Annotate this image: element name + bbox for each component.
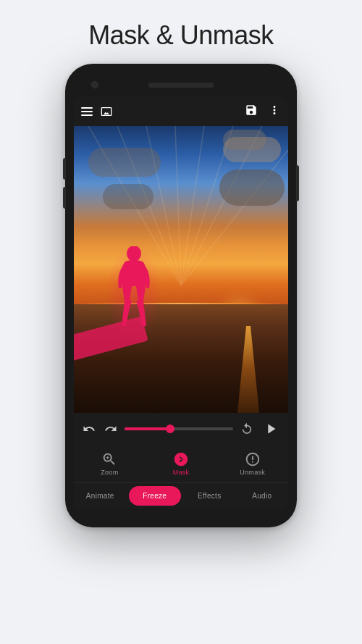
audio-nav-label: Audio [252, 492, 272, 500]
timeline-scrubber[interactable] [125, 427, 233, 430]
app-toolbar [74, 97, 288, 126]
speaker-grille [148, 83, 214, 88]
redo-button[interactable] [103, 421, 119, 437]
volume-up-button [63, 158, 66, 180]
phone-device: Zoom Mask [65, 64, 297, 527]
image-icon[interactable] [100, 106, 113, 117]
animate-nav[interactable]: Animate [74, 483, 127, 509]
unmask-tool[interactable]: Unmask [216, 445, 288, 482]
svg-point-8 [127, 246, 141, 262]
freeze-nav-label: Freeze [143, 492, 167, 500]
sunset-background [74, 126, 288, 413]
mask-icon [173, 451, 189, 467]
phone-screen: Zoom Mask [74, 97, 288, 509]
play-button[interactable] [261, 419, 281, 439]
volume-down-button [63, 187, 66, 209]
image-canvas[interactable] [74, 126, 288, 413]
save-icon[interactable] [245, 104, 258, 120]
toolbar-left [81, 106, 113, 117]
mask-label: Mask [173, 469, 190, 476]
unmask-label: Unmask [240, 469, 265, 476]
menu-icon[interactable] [81, 107, 93, 116]
playback-controls [74, 413, 288, 445]
page-title: Mask & Unmask [88, 0, 274, 64]
zoom-label: Zoom [101, 469, 118, 476]
bottom-nav: Animate Freeze Effects Audio [74, 482, 288, 509]
loop-button[interactable] [239, 421, 255, 437]
timeline-thumb[interactable] [166, 425, 174, 433]
effects-nav[interactable]: Effects [183, 483, 236, 509]
effects-nav-label: Effects [198, 492, 222, 500]
front-camera [91, 81, 98, 88]
svg-rect-9 [176, 459, 187, 460]
audio-nav[interactable]: Audio [236, 483, 289, 509]
tool-tabs: Zoom Mask [74, 445, 288, 482]
freeze-nav[interactable]: Freeze [129, 486, 182, 506]
timeline-progress [125, 427, 170, 430]
mask-tool[interactable]: Mask [146, 445, 217, 482]
phone-top-bar [71, 77, 291, 93]
toolbar-right [245, 104, 281, 120]
cloud-layer [74, 126, 288, 284]
undo-button[interactable] [81, 421, 97, 437]
animate-nav-label: Animate [86, 492, 114, 500]
power-button [296, 165, 299, 201]
more-options-icon[interactable] [268, 104, 281, 120]
zoom-icon [101, 451, 117, 467]
unmask-icon [245, 451, 261, 467]
zoom-tool[interactable]: Zoom [74, 445, 146, 482]
